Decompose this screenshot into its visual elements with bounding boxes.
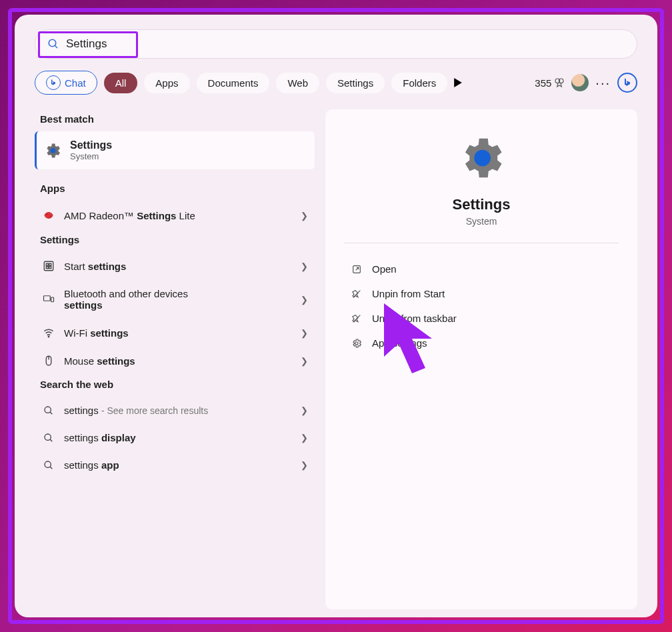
search-bar[interactable] — [35, 29, 637, 59]
filter-tabs: Chat All Apps Documents Web Settings Fol… — [35, 71, 637, 95]
action-label: Open — [372, 263, 397, 275]
svg-rect-7 — [44, 261, 53, 271]
web-result-3[interactable]: settings app ❯ — [35, 451, 315, 479]
tab-all[interactable]: All — [104, 73, 138, 93]
svg-point-5 — [46, 213, 48, 215]
mouse-icon — [41, 355, 56, 367]
setting-mouse[interactable]: Mouse settings ❯ — [35, 347, 315, 375]
tab-label: Chat — [65, 77, 86, 89]
setting-bluetooth[interactable]: Bluetooth and other devices settings ❯ — [35, 280, 315, 319]
tab-label: Documents — [208, 77, 259, 89]
start-search-window: Chat All Apps Documents Web Settings Fol… — [15, 15, 657, 617]
preview-pane: Settings System Open Unpin from Start Un… — [325, 109, 637, 609]
svg-point-17 — [45, 407, 51, 413]
setting-label: Start settings — [64, 261, 293, 272]
tab-documents[interactable]: Documents — [197, 73, 270, 93]
amd-icon — [41, 209, 56, 222]
devices-icon — [41, 293, 56, 305]
tab-web[interactable]: Web — [276, 73, 319, 93]
start-icon — [41, 260, 56, 272]
web-result-1[interactable]: settings - See more search results ❯ — [35, 397, 315, 424]
tab-settings[interactable]: Settings — [326, 73, 385, 93]
svg-line-20 — [50, 439, 52, 441]
tab-label: Apps — [155, 77, 178, 89]
web-result-label: settings app — [64, 459, 293, 471]
tab-chat[interactable]: Chat — [35, 71, 97, 95]
section-best-match: Best match — [40, 113, 315, 125]
tab-label: Folders — [403, 77, 436, 89]
setting-label: Bluetooth and other devices settings — [64, 288, 293, 311]
more-menu-icon[interactable]: ··· — [595, 75, 611, 91]
tab-folders[interactable]: Folders — [391, 73, 447, 93]
web-result-label: settings - See more search results — [64, 405, 293, 416]
svg-rect-8 — [46, 263, 48, 265]
chevron-right-icon: ❯ — [301, 261, 308, 271]
unpin-icon — [351, 313, 363, 324]
preview-title: Settings — [453, 196, 511, 213]
unpin-icon — [351, 289, 363, 299]
app-result-amd[interactable]: AMD Radeon™ Settings Lite ❯ — [35, 201, 315, 230]
svg-line-1 — [55, 45, 57, 48]
action-app-settings[interactable]: App settings — [347, 331, 616, 355]
search-icon — [41, 460, 56, 471]
wifi-icon — [41, 327, 56, 339]
action-unpin-start[interactable]: Unpin from Start — [347, 281, 616, 306]
chevron-right-icon: ❯ — [301, 433, 308, 443]
preview-subtitle: System — [466, 216, 497, 227]
rewards-value: 355 — [535, 77, 551, 89]
svg-rect-10 — [46, 267, 48, 269]
action-open[interactable]: Open — [347, 257, 616, 281]
tab-label: Settings — [337, 77, 373, 89]
rewards-icon — [554, 77, 565, 88]
svg-line-22 — [50, 467, 52, 469]
svg-point-0 — [49, 39, 56, 47]
svg-rect-13 — [51, 297, 54, 302]
best-match-sub: System — [70, 151, 112, 161]
tab-label: Web — [287, 77, 308, 89]
annotation-border: Chat All Apps Documents Web Settings Fol… — [8, 8, 664, 624]
search-icon — [41, 405, 56, 416]
gear-icon — [455, 132, 507, 184]
chevron-right-icon: ❯ — [301, 460, 308, 470]
search-icon — [41, 433, 56, 443]
chevron-right-icon: ❯ — [301, 405, 308, 415]
web-result-2[interactable]: settings display ❯ — [35, 424, 315, 451]
svg-rect-9 — [49, 263, 51, 265]
app-result-label: AMD Radeon™ Settings Lite — [64, 210, 293, 221]
gear-icon — [43, 141, 62, 160]
bing-chat-icon[interactable] — [617, 73, 637, 93]
bing-icon — [46, 75, 61, 90]
svg-rect-12 — [44, 296, 51, 301]
web-result-label: settings display — [64, 432, 293, 443]
more-tabs-icon[interactable] — [454, 78, 462, 87]
svg-point-23 — [474, 150, 491, 167]
section-settings: Settings — [40, 234, 315, 245]
svg-point-4 — [51, 148, 55, 153]
gear-icon — [351, 338, 363, 349]
section-web: Search the web — [40, 379, 315, 390]
setting-label: Mouse settings — [64, 355, 293, 367]
best-match-result[interactable]: Settings System — [35, 131, 315, 169]
svg-point-14 — [48, 336, 49, 337]
open-icon — [351, 264, 363, 275]
tab-apps[interactable]: Apps — [144, 73, 189, 93]
svg-rect-11 — [49, 267, 51, 269]
chevron-right-icon: ❯ — [301, 295, 308, 305]
svg-point-19 — [45, 434, 51, 440]
setting-start[interactable]: Start settings ❯ — [35, 252, 315, 280]
svg-point-27 — [355, 342, 358, 345]
rewards-count[interactable]: 355 — [535, 77, 565, 89]
setting-wifi[interactable]: Wi-Fi settings ❯ — [35, 319, 315, 347]
chevron-right-icon: ❯ — [301, 328, 308, 338]
tab-label: All — [115, 77, 127, 89]
user-avatar[interactable] — [571, 74, 589, 91]
action-label: Unpin from Start — [372, 288, 445, 299]
search-input[interactable] — [66, 37, 629, 51]
section-apps: Apps — [40, 183, 315, 194]
action-label: Unpin from taskbar — [372, 313, 457, 324]
search-icon — [47, 38, 59, 50]
action-unpin-taskbar[interactable]: Unpin from taskbar — [347, 306, 616, 331]
chevron-right-icon: ❯ — [301, 211, 308, 221]
action-label: App settings — [372, 337, 427, 349]
svg-point-21 — [45, 461, 51, 467]
